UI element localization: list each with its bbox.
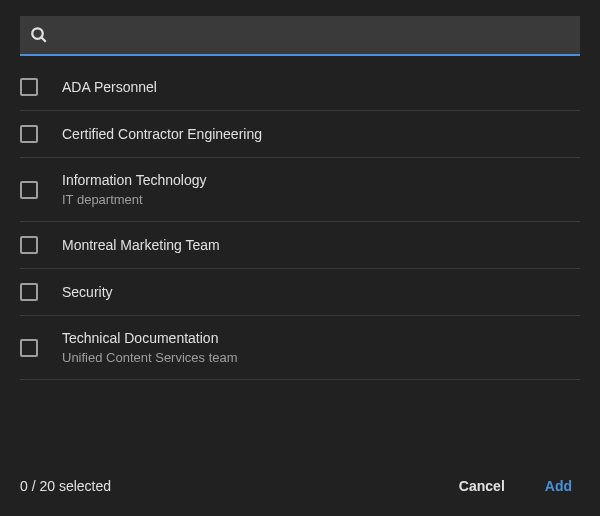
list-item[interactable]: Certified Contractor Engineering [20, 111, 580, 158]
checkbox[interactable] [20, 339, 38, 357]
list-item[interactable]: Security [20, 269, 580, 316]
item-title: Technical Documentation [62, 330, 238, 346]
checkbox[interactable] [20, 236, 38, 254]
item-list: ADA PersonnelCertified Contractor Engine… [0, 56, 600, 456]
search-icon [30, 26, 48, 44]
item-text: Information TechnologyIT department [62, 172, 207, 207]
add-button[interactable]: Add [537, 474, 580, 498]
item-title: ADA Personnel [62, 79, 157, 95]
list-item[interactable]: Montreal Marketing Team [20, 222, 580, 269]
selection-count: 0 / 20 selected [20, 478, 111, 494]
item-text: ADA Personnel [62, 79, 157, 95]
svg-line-1 [41, 37, 46, 42]
list-item[interactable]: Information TechnologyIT department [20, 158, 580, 222]
item-title: Certified Contractor Engineering [62, 126, 262, 142]
item-title: Information Technology [62, 172, 207, 188]
list-item[interactable]: ADA Personnel [20, 72, 580, 111]
item-title: Montreal Marketing Team [62, 237, 220, 253]
item-text: Certified Contractor Engineering [62, 126, 262, 142]
search-container [0, 0, 600, 56]
search-input[interactable] [58, 16, 570, 54]
checkbox[interactable] [20, 78, 38, 96]
checkbox[interactable] [20, 181, 38, 199]
search-box[interactable] [20, 16, 580, 56]
svg-point-0 [32, 28, 43, 39]
item-text: Technical DocumentationUnified Content S… [62, 330, 238, 365]
item-text: Security [62, 284, 113, 300]
footer: 0 / 20 selected Cancel Add [0, 456, 600, 516]
list-item[interactable]: Technical DocumentationUnified Content S… [20, 316, 580, 380]
checkbox[interactable] [20, 283, 38, 301]
item-text: Montreal Marketing Team [62, 237, 220, 253]
item-subtitle: Unified Content Services team [62, 350, 238, 365]
footer-actions: Cancel Add [451, 474, 580, 498]
checkbox[interactable] [20, 125, 38, 143]
item-subtitle: IT department [62, 192, 207, 207]
cancel-button[interactable]: Cancel [451, 474, 513, 498]
item-title: Security [62, 284, 113, 300]
